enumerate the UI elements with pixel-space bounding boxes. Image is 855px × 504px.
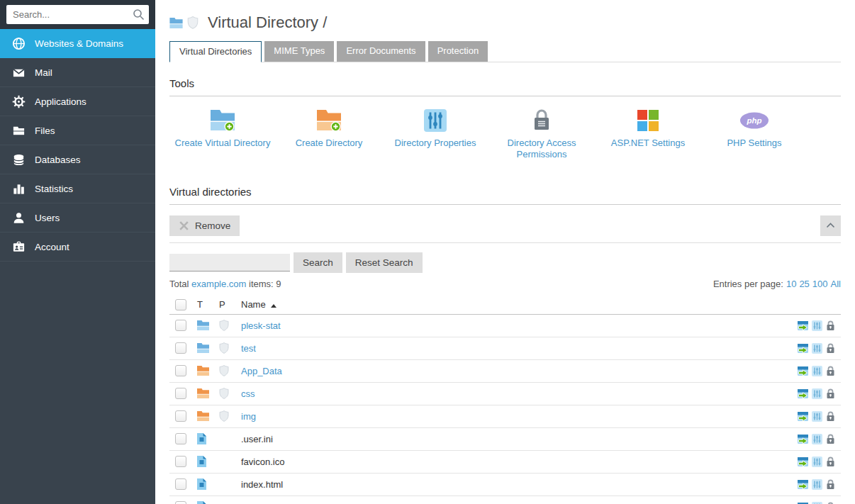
collapse-toolbar-button[interactable] — [820, 215, 841, 236]
directory-properties-icon[interactable] — [812, 366, 822, 376]
access-permissions-icon[interactable] — [826, 343, 835, 354]
entries-option-all[interactable]: All — [831, 279, 841, 289]
open-directory-icon[interactable] — [798, 502, 808, 504]
remove-x-icon — [179, 220, 189, 231]
access-permissions-icon[interactable] — [826, 320, 835, 331]
tab-protection[interactable]: Protection — [428, 41, 488, 62]
id-card-icon — [12, 240, 26, 254]
table-row: .user.ini — [169, 428, 841, 451]
tool-create-directory[interactable]: Create Directory — [276, 108, 382, 161]
folder-blue-icon — [169, 18, 183, 28]
total-text: Total example.com items: 9 — [169, 279, 281, 289]
table-row: img — [169, 405, 841, 428]
sidebar-search-area — [0, 0, 155, 29]
tool-label: Directory Properties — [382, 138, 488, 149]
sidebar-item-statistics[interactable]: Statistics — [0, 174, 155, 203]
open-directory-icon[interactable] — [798, 343, 808, 354]
sidebar-item-databases[interactable]: Databases — [0, 145, 155, 174]
tool-create-virtual-directory[interactable]: Create Virtual Directory — [169, 108, 276, 161]
directory-properties-icon[interactable] — [812, 388, 822, 399]
row-name-link[interactable]: img — [241, 411, 256, 422]
access-permissions-icon[interactable] — [826, 479, 835, 490]
directory-properties-icon[interactable] — [812, 411, 822, 422]
open-directory-icon[interactable] — [798, 479, 808, 490]
sidebar-item-websites-domains[interactable]: Websites & Domains — [0, 29, 155, 58]
directory-properties-icon[interactable] — [812, 479, 822, 490]
row-name-text: .user.ini — [241, 434, 273, 444]
access-permissions-icon[interactable] — [826, 434, 835, 444]
access-permissions-icon[interactable] — [826, 502, 835, 504]
remove-button[interactable]: Remove — [169, 215, 240, 236]
tool-directory-properties[interactable]: Directory Properties — [382, 108, 488, 161]
filter-search-button[interactable]: Search — [294, 252, 342, 273]
directory-properties-icon[interactable] — [812, 320, 822, 331]
entries-option-10[interactable]: 10 — [786, 279, 796, 289]
row-checkbox[interactable] — [175, 410, 186, 422]
tool-php-settings[interactable]: php PHP Settings — [701, 108, 808, 161]
directory-properties-icon[interactable] — [812, 434, 822, 444]
row-checkbox[interactable] — [175, 320, 186, 331]
open-directory-icon[interactable] — [798, 411, 808, 422]
summary-row-top: Total example.com items: 9 Entries per p… — [169, 279, 841, 289]
sidebar-item-applications[interactable]: Applications — [0, 87, 155, 116]
sidebar-item-files[interactable]: Files — [0, 116, 155, 145]
tab-error-documents[interactable]: Error Documents — [337, 41, 425, 62]
open-directory-icon[interactable] — [798, 388, 808, 399]
tab-mime-types[interactable]: MIME Types — [264, 41, 334, 62]
virtual-directories-table: T P Name plesk-stattestApp_Datacssimg.us… — [169, 296, 841, 504]
column-header-type[interactable]: T — [197, 299, 219, 310]
access-permissions-icon[interactable] — [826, 411, 835, 422]
directory-properties-icon[interactable] — [812, 457, 822, 467]
sidebar-item-mail[interactable]: Mail — [0, 58, 155, 87]
open-directory-icon[interactable] — [798, 457, 808, 467]
open-directory-icon[interactable] — [798, 434, 808, 444]
select-all-checkbox[interactable] — [175, 299, 186, 310]
sidebar-item-label: Databases — [35, 155, 81, 165]
tool-label: Create Virtual Directory — [169, 138, 276, 149]
domain-link[interactable]: example.com — [191, 279, 246, 289]
tools-row: Create Virtual Directory Create Director… — [169, 108, 841, 161]
sidebar-item-users[interactable]: Users — [0, 203, 155, 233]
row-checkbox[interactable] — [175, 388, 186, 399]
tab-virtual-directories[interactable]: Virtual Directories — [169, 41, 262, 62]
row-name-link[interactable]: css — [241, 388, 255, 399]
row-name-link[interactable]: App_Data — [241, 366, 282, 376]
directory-properties-icon[interactable] — [812, 343, 822, 354]
table-row: favicon.ico — [169, 451, 841, 474]
search-input[interactable] — [6, 5, 149, 24]
page-title-row: Virtual Directory / — [169, 13, 841, 32]
access-permissions-icon[interactable] — [826, 457, 835, 467]
entries-option-100[interactable]: 100 — [812, 279, 828, 289]
directory-icon — [197, 388, 209, 398]
sidebar-item-label: Files — [35, 125, 55, 136]
access-permissions-icon[interactable] — [826, 366, 835, 376]
row-checkbox[interactable] — [175, 433, 186, 444]
column-header-protection[interactable]: P — [219, 299, 241, 310]
sidebar-item-label: Account — [35, 242, 69, 252]
row-name-link[interactable]: plesk-stat — [241, 320, 281, 331]
table-row: web.config — [169, 496, 841, 504]
open-directory-icon[interactable] — [798, 320, 808, 331]
virtual-directory-icon — [197, 343, 209, 353]
column-header-name[interactable]: Name — [241, 299, 780, 310]
directory-properties-icon[interactable] — [812, 502, 822, 504]
row-checkbox[interactable] — [175, 456, 186, 467]
filter-reset-button[interactable]: Reset Search — [346, 252, 423, 273]
row-checkbox[interactable] — [175, 365, 186, 376]
search-icon[interactable] — [133, 9, 145, 23]
row-checkbox[interactable] — [175, 501, 186, 504]
sidebar-item-label: Websites & Domains — [35, 38, 123, 49]
entries-option-25[interactable]: 25 — [799, 279, 809, 289]
sidebar-item-account[interactable]: Account — [0, 233, 155, 262]
tool-directory-access-permissions[interactable]: Directory Access Permissions — [488, 108, 595, 161]
access-permissions-icon[interactable] — [826, 388, 835, 399]
svg-text:php: php — [746, 116, 761, 125]
sidebar-item-label: Applications — [35, 96, 86, 107]
open-directory-icon[interactable] — [798, 366, 808, 376]
filter-input[interactable] — [169, 254, 290, 271]
row-checkbox[interactable] — [175, 342, 186, 354]
tool-label: Create Directory — [276, 138, 382, 149]
tool-aspnet-settings[interactable]: ASP.NET Settings — [595, 108, 701, 161]
row-name-link[interactable]: test — [241, 343, 256, 354]
row-checkbox[interactable] — [175, 478, 186, 490]
